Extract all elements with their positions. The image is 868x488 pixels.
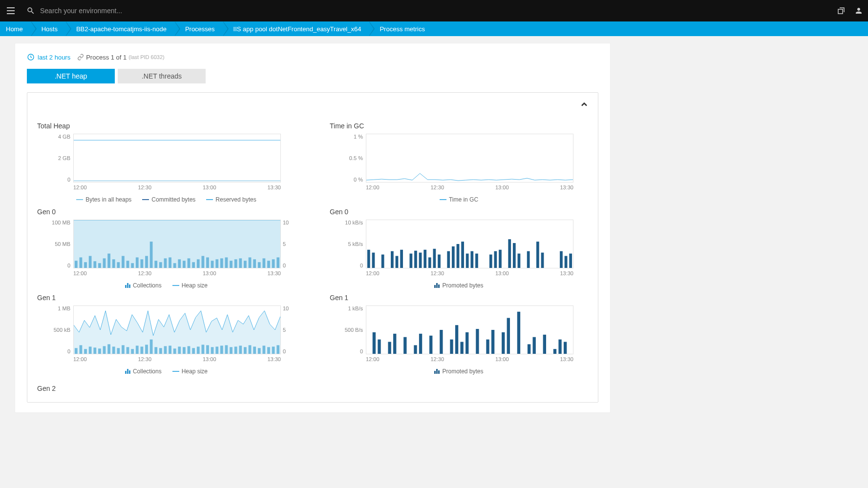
svg-rect-122 bbox=[378, 340, 381, 354]
crumb-metrics[interactable]: Process metrics bbox=[369, 21, 432, 36]
svg-rect-47 bbox=[381, 255, 384, 268]
search-input[interactable] bbox=[40, 7, 187, 15]
svg-rect-41 bbox=[262, 258, 265, 268]
svg-rect-125 bbox=[403, 337, 406, 354]
svg-rect-74 bbox=[560, 251, 563, 268]
svg-rect-8 bbox=[107, 254, 110, 268]
svg-rect-121 bbox=[373, 332, 376, 354]
collapse-button[interactable] bbox=[579, 100, 589, 111]
svg-rect-53 bbox=[419, 253, 422, 268]
svg-rect-23 bbox=[178, 259, 181, 268]
svg-rect-21 bbox=[169, 257, 171, 268]
legend-promoted-bytes[interactable]: Promoted bytes bbox=[434, 368, 483, 375]
svg-rect-44 bbox=[276, 257, 279, 268]
process-info: Process 1 of 1 bbox=[86, 54, 127, 61]
y-axis: 100 MB 50 MB 0 bbox=[39, 220, 70, 268]
crumb-processes[interactable]: Processes bbox=[174, 21, 223, 36]
svg-rect-30 bbox=[211, 261, 214, 268]
svg-rect-56 bbox=[433, 249, 436, 268]
svg-rect-127 bbox=[419, 334, 422, 354]
svg-rect-12 bbox=[127, 261, 129, 268]
svg-rect-9 bbox=[112, 259, 115, 268]
svg-rect-52 bbox=[414, 251, 417, 268]
tab-net-threads[interactable]: .NET threads bbox=[118, 69, 206, 83]
svg-rect-49 bbox=[396, 256, 399, 268]
svg-rect-38 bbox=[249, 257, 252, 268]
svg-rect-140 bbox=[528, 344, 530, 354]
svg-rect-128 bbox=[429, 336, 432, 354]
pid-info: (last PID 6032) bbox=[128, 54, 164, 60]
svg-rect-138 bbox=[507, 318, 510, 354]
svg-rect-57 bbox=[438, 255, 441, 268]
chart-gen0-heap: Gen 0 100 MB 50 MB 0 10 5 0 bbox=[37, 208, 296, 289]
svg-rect-130 bbox=[450, 340, 453, 354]
svg-rect-129 bbox=[440, 330, 443, 354]
svg-rect-36 bbox=[239, 258, 242, 268]
svg-rect-124 bbox=[393, 334, 396, 354]
legend-time-gc[interactable]: Time in GC bbox=[440, 196, 478, 203]
legend-collections[interactable]: Collections bbox=[125, 368, 162, 375]
legend-heap-size[interactable]: Heap size bbox=[172, 282, 208, 289]
svg-rect-16 bbox=[145, 256, 148, 268]
svg-rect-5 bbox=[93, 261, 96, 268]
chevron-up-icon bbox=[579, 100, 589, 109]
svg-rect-67 bbox=[499, 250, 502, 268]
svg-rect-132 bbox=[460, 342, 463, 354]
svg-rect-68 bbox=[508, 239, 511, 268]
svg-rect-34 bbox=[230, 261, 233, 268]
svg-rect-28 bbox=[201, 256, 204, 268]
y-axis: 1 % 0.5 % 0 % bbox=[332, 134, 363, 183]
svg-rect-66 bbox=[494, 251, 497, 268]
svg-rect-15 bbox=[141, 259, 144, 268]
svg-rect-6 bbox=[98, 263, 101, 268]
svg-rect-2 bbox=[80, 257, 83, 268]
user-icon[interactable] bbox=[854, 6, 863, 15]
legend-collections[interactable]: Collections bbox=[125, 282, 162, 289]
svg-rect-63 bbox=[470, 251, 473, 268]
time-selector[interactable]: last 2 hours bbox=[27, 53, 70, 61]
svg-rect-73 bbox=[541, 253, 544, 268]
window-icon[interactable] bbox=[837, 6, 846, 15]
tab-net-heap[interactable]: .NET heap bbox=[27, 69, 115, 83]
svg-rect-50 bbox=[400, 250, 403, 268]
crumb-process[interactable]: IIS app pool dotNetFrontend_easyTravel_x… bbox=[223, 21, 369, 36]
svg-rect-137 bbox=[502, 332, 505, 354]
svg-rect-71 bbox=[527, 251, 530, 268]
svg-rect-39 bbox=[253, 259, 256, 268]
svg-rect-46 bbox=[372, 253, 375, 268]
legend-committed-bytes[interactable]: Committed bytes bbox=[142, 196, 195, 203]
svg-rect-31 bbox=[215, 259, 218, 268]
y-axis: 10 kB/s 5 kB/s 0 bbox=[332, 220, 363, 268]
svg-rect-136 bbox=[491, 330, 494, 354]
svg-rect-42 bbox=[267, 261, 270, 268]
svg-rect-22 bbox=[173, 263, 176, 268]
legend-heap-size[interactable]: Heap size bbox=[172, 368, 208, 375]
svg-rect-126 bbox=[414, 345, 417, 354]
crumb-home[interactable]: Home bbox=[0, 21, 31, 36]
process-selector[interactable]: Process 1 of 1 (last PID 6032) bbox=[77, 54, 164, 61]
x-axis: 12:0012:3013:0013:30 bbox=[366, 268, 573, 278]
svg-rect-18 bbox=[154, 261, 157, 268]
svg-rect-27 bbox=[197, 259, 200, 268]
x-axis: 12:0012:3013:0013:30 bbox=[366, 183, 573, 192]
x-axis: 12:0012:3013:0013:30 bbox=[73, 354, 281, 364]
svg-rect-20 bbox=[164, 258, 167, 268]
svg-rect-76 bbox=[569, 254, 572, 268]
menu-button[interactable] bbox=[5, 5, 17, 17]
svg-rect-7 bbox=[103, 258, 106, 268]
svg-rect-40 bbox=[258, 262, 261, 268]
svg-rect-135 bbox=[486, 340, 489, 354]
legend-promoted-bytes[interactable]: Promoted bytes bbox=[434, 282, 483, 289]
svg-rect-24 bbox=[183, 261, 186, 268]
svg-rect-141 bbox=[533, 337, 536, 354]
legend-reserved-bytes[interactable]: Reserved bytes bbox=[206, 196, 256, 203]
svg-rect-58 bbox=[447, 251, 450, 268]
svg-rect-10 bbox=[117, 262, 120, 268]
svg-rect-45 bbox=[367, 250, 370, 268]
crumb-host[interactable]: BB2-apache-tomcatjms-iis-node bbox=[65, 21, 174, 36]
x-axis: 12:0012:3013:0013:30 bbox=[73, 268, 281, 278]
svg-rect-55 bbox=[428, 257, 431, 268]
search-icon bbox=[26, 6, 35, 15]
legend-bytes-all-heaps[interactable]: Bytes in all heaps bbox=[76, 196, 131, 203]
chart-title: Gen 0 bbox=[330, 208, 588, 216]
